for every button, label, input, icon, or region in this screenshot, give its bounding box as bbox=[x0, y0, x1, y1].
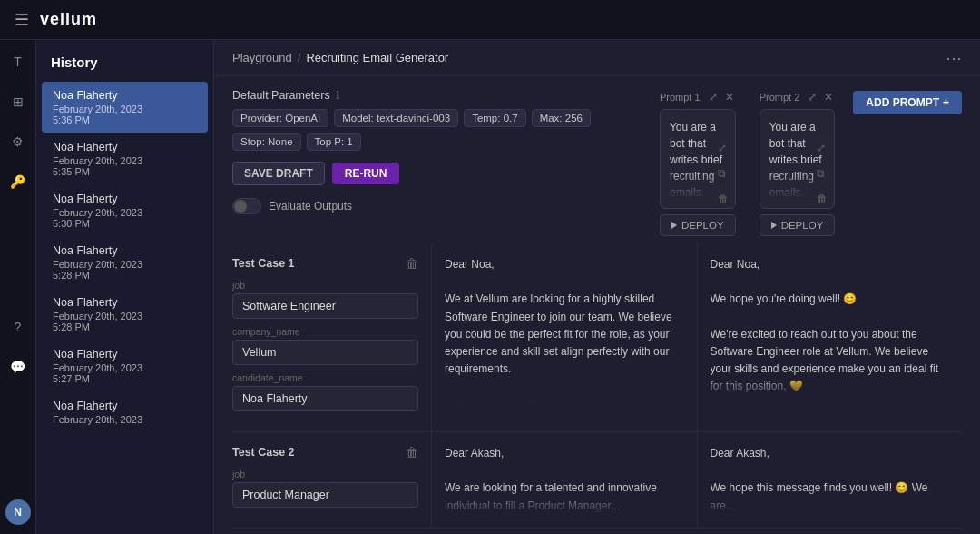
delete-icon[interactable]: 🗑 bbox=[814, 188, 830, 209]
maximize-icon[interactable]: ⤢ bbox=[715, 137, 731, 159]
breadcrumb-parent[interactable]: Playground bbox=[232, 51, 292, 64]
output-col-1-2: Dear Noa,We hope you're doing well! 😊We'… bbox=[698, 243, 963, 431]
input-label-job: job bbox=[232, 469, 418, 480]
input-value-job[interactable]: Software Engineer bbox=[232, 293, 418, 319]
prompts-area: Prompt 1 ⤢ ✕ You are a bot that writes b… bbox=[660, 89, 962, 236]
maximize-icon[interactable]: ⤢ bbox=[814, 137, 830, 159]
prompt-right-icons: ⤢ ⧉ 🗑 ⚙ bbox=[814, 137, 830, 209]
rerun-button[interactable]: RE-RUN bbox=[332, 163, 400, 184]
history-item-name: Noa Flaherty bbox=[53, 400, 197, 412]
prompt-box-1[interactable]: You are a bot that writes brief recruiti… bbox=[660, 109, 736, 209]
play-icon bbox=[771, 222, 777, 229]
evaluate-label: Evaluate Outputs bbox=[269, 200, 352, 213]
param-tag: Stop: None bbox=[232, 133, 301, 151]
icon-sidebar: T ⊞ ⚙ 🔑 ? 💬 N bbox=[0, 40, 36, 534]
param-tag: Top P: 1 bbox=[307, 133, 361, 151]
save-draft-button[interactable]: SAVE DRAFT bbox=[232, 162, 325, 185]
test-case-block-2: Test Case 2 🗑 job Product Manager Dear A… bbox=[232, 432, 962, 529]
input-value-company_name[interactable]: Vellum bbox=[232, 340, 418, 365]
sidebar-icon-key[interactable]: 🔑 bbox=[5, 169, 31, 194]
test-case-block-1: Test Case 1 🗑 job Software Engineer comp… bbox=[232, 243, 962, 432]
params-row: Default Parameters ℹ Provider: OpenAIMod… bbox=[214, 76, 980, 243]
deploy-button-2[interactable]: DEPLOY bbox=[760, 214, 836, 236]
history-item-date: February 20th, 20235:35 PM bbox=[53, 155, 197, 177]
input-value-candidate_name[interactable]: Noa Flaherty bbox=[232, 386, 418, 411]
deploy-label: DEPLOY bbox=[781, 220, 824, 231]
prompt-header-2: Prompt 2 ⤢ ✕ bbox=[760, 89, 836, 105]
history-item-4[interactable]: Noa Flaherty February 20th, 20235:28 PM bbox=[42, 289, 208, 340]
output-col-2-2: Dear Akash,We hope this message finds yo… bbox=[698, 432, 963, 528]
tc-label-1: Test Case 1 bbox=[232, 257, 295, 270]
collapse-icon[interactable]: ✕ bbox=[822, 89, 835, 105]
prompt-col-1: Prompt 1 ⤢ ✕ You are a bot that writes b… bbox=[660, 89, 743, 236]
sidebar-icon-settings[interactable]: ⚙ bbox=[5, 129, 31, 154]
history-item-2[interactable]: Noa Flaherty February 20th, 20235:30 PM bbox=[42, 185, 208, 236]
sidebar-icon-help[interactable]: ? bbox=[5, 314, 31, 340]
add-prompt-label: ADD PROMPT bbox=[866, 96, 939, 109]
prompt-label-1: Prompt 1 bbox=[660, 92, 701, 103]
add-prompt-button[interactable]: ADD PROMPT + bbox=[853, 91, 962, 114]
sidebar-icon-chat[interactable]: 💬 bbox=[5, 354, 31, 380]
input-field-job: job Software Engineer bbox=[232, 280, 418, 319]
evaluate-toggle[interactable] bbox=[232, 198, 261, 214]
prompt-col-2: Prompt 2 ⤢ ✕ You are a bot that writes b… bbox=[752, 89, 843, 236]
output-text-1-2: Dear Noa,We hope you're doing well! 😊We'… bbox=[710, 256, 950, 401]
history-item-name: Noa Flaherty bbox=[53, 141, 197, 153]
copy-icon[interactable]: ⧉ bbox=[814, 163, 830, 184]
history-item-3[interactable]: Noa Flaherty February 20th, 20235:28 PM bbox=[42, 237, 208, 288]
breadcrumb-current: Recruiting Email Generator bbox=[306, 51, 448, 64]
expand-icon[interactable]: ⤢ bbox=[707, 89, 720, 105]
prompt-header-icons: ⤢ ✕ bbox=[806, 89, 835, 105]
history-item-date: February 20th, 20235:30 PM bbox=[53, 207, 197, 229]
output-col-1-1: Dear Noa,We at Vellum are looking for a … bbox=[432, 243, 698, 431]
breadcrumb-separator: / bbox=[298, 51, 301, 64]
history-item-date: February 20th, 20235:28 PM bbox=[53, 311, 197, 332]
toggle-thumb bbox=[234, 200, 247, 213]
history-item-5[interactable]: Noa Flaherty February 20th, 20235:27 PM bbox=[42, 341, 208, 391]
main-layout: T ⊞ ⚙ 🔑 ? 💬 N History Noa Flaherty Febru… bbox=[0, 40, 980, 534]
param-tag: Temp: 0.7 bbox=[464, 109, 526, 127]
input-value-job[interactable]: Product Manager bbox=[232, 482, 418, 508]
collapse-icon[interactable]: ✕ bbox=[723, 89, 736, 105]
params-info-icon[interactable]: ℹ bbox=[336, 89, 340, 102]
history-sidebar: History Noa Flaherty February 20th, 2023… bbox=[36, 40, 214, 534]
input-label-candidate_name: candidate_name bbox=[232, 372, 418, 383]
copy-icon[interactable]: ⧉ bbox=[715, 163, 731, 184]
history-item-name: Noa Flaherty bbox=[53, 296, 197, 309]
param-tag: Provider: OpenAI bbox=[232, 109, 328, 127]
sidebar-icon-transform[interactable]: T bbox=[5, 49, 31, 74]
history-item-1[interactable]: Noa Flaherty February 20th, 20235:35 PM bbox=[42, 134, 208, 184]
history-item-name: Noa Flaherty bbox=[53, 348, 197, 361]
delete-icon[interactable]: 🗑 bbox=[715, 188, 731, 209]
more-options-icon[interactable]: ⋯ bbox=[946, 50, 962, 66]
user-avatar[interactable]: N bbox=[5, 499, 31, 525]
prompt-label-2: Prompt 2 bbox=[760, 92, 800, 103]
params-section: Default Parameters ℹ Provider: OpenAIMod… bbox=[232, 89, 645, 214]
output-col-2-1: Dear Akash,We are looking for a talented… bbox=[432, 432, 698, 528]
deploy-button-1[interactable]: DEPLOY bbox=[660, 214, 736, 236]
prompt-box-2[interactable]: You are a bot that writes brief recruiti… bbox=[760, 109, 836, 209]
breadcrumb-bar: Playground / Recruiting Email Generator … bbox=[214, 40, 980, 76]
history-item-date: February 20th, 2023 bbox=[53, 414, 197, 425]
hamburger-icon[interactable]: ☰ bbox=[15, 10, 29, 30]
add-icon: + bbox=[943, 96, 949, 109]
tc-delete-1[interactable]: 🗑 bbox=[406, 256, 418, 271]
play-icon bbox=[671, 222, 677, 229]
tc-delete-2[interactable]: 🗑 bbox=[406, 445, 418, 460]
test-case-outputs-1: Dear Noa,We at Vellum are looking for a … bbox=[432, 243, 962, 431]
history-item-6[interactable]: Noa Flaherty February 20th, 2023 bbox=[42, 392, 208, 432]
prompt-right-icons: ⤢ ⧉ 🗑 ⚙ bbox=[715, 137, 731, 209]
deploy-label: DEPLOY bbox=[681, 220, 724, 231]
input-label-job: job bbox=[232, 280, 418, 291]
test-case-inputs-2: Test Case 2 🗑 job Product Manager bbox=[232, 432, 432, 528]
sidebar-icon-grid[interactable]: ⊞ bbox=[5, 89, 31, 114]
tc-label-2: Test Case 2 bbox=[232, 446, 295, 459]
history-title: History bbox=[36, 40, 213, 81]
history-item-0[interactable]: Noa Flaherty February 20th, 20235:36 PM bbox=[42, 82, 208, 133]
input-label-company_name: company_name bbox=[232, 326, 418, 337]
output-text-2-1: Dear Akash,We are looking for a talented… bbox=[445, 445, 684, 515]
history-item-date: February 20th, 20235:27 PM bbox=[53, 362, 197, 384]
app-logo: vellum bbox=[40, 10, 97, 29]
expand-icon[interactable]: ⤢ bbox=[806, 89, 818, 105]
input-field-job: job Product Manager bbox=[232, 469, 418, 508]
